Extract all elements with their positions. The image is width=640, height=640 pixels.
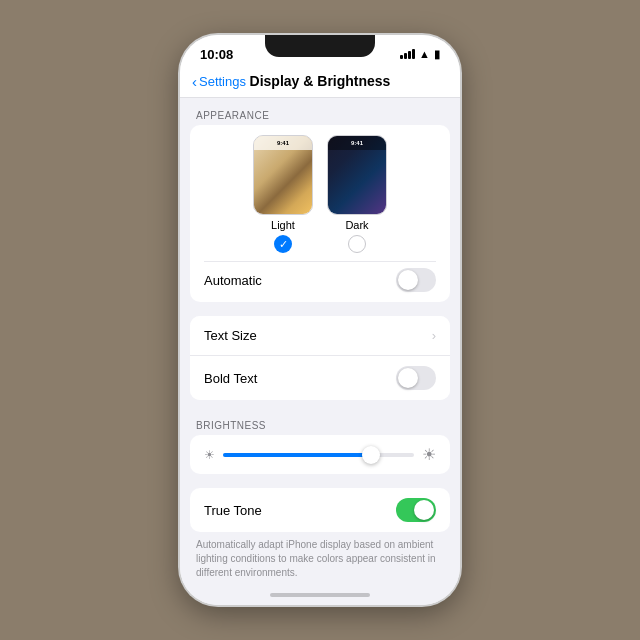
true-tone-label: True Tone [204,503,396,518]
home-indicator [180,585,460,605]
light-preview: 9:41 [253,135,313,215]
light-bg: 9:41 [254,136,312,214]
back-label: Settings [199,74,246,89]
wifi-icon: ▲ [419,48,430,60]
status-icons: ▲ ▮ [400,48,440,61]
chevron-right-icon: › [432,328,436,343]
text-options-group: Text Size › Bold Text [190,316,450,400]
page-title: Display & Brightness [250,73,391,89]
automatic-toggle[interactable] [396,268,436,292]
phone-screen: 10:08 ▲ ▮ ‹ Settings Display & Brightnes… [180,35,460,605]
light-radio[interactable]: ✓ [274,235,292,253]
brightness-high-icon: ☀ [422,445,436,464]
dark-radio[interactable] [348,235,366,253]
brightness-row: ☀ ☀ [204,445,436,464]
home-bar [270,593,370,597]
brightness-group: ☀ ☀ [190,435,450,474]
brightness-section-label: BRIGHTNESS [180,408,460,435]
text-size-label: Text Size [204,328,432,343]
brightness-fill [223,453,376,457]
back-button[interactable]: ‹ Settings [192,73,246,90]
notch [265,35,375,57]
dark-label: Dark [345,219,368,231]
light-statusbar: 9:41 [254,136,312,150]
true-tone-row[interactable]: True Tone [190,488,450,532]
settings-content: APPEARANCE 9:41 Light ✓ [180,98,460,585]
toggle-knob [398,270,418,290]
dark-statusbar: 9:41 [328,136,386,150]
appearance-group: 9:41 Light ✓ 9:41 [190,125,450,302]
appearance-thumbnails: 9:41 Light ✓ 9:41 [204,135,436,253]
bold-text-label: Bold Text [204,371,396,386]
true-tone-toggle[interactable] [396,498,436,522]
signal-bars-icon [400,49,415,59]
dark-bg: 9:41 [328,136,386,214]
brightness-low-icon: ☀ [204,448,215,462]
nav-header: ‹ Settings Display & Brightness [180,67,460,98]
battery-icon: ▮ [434,48,440,61]
appearance-section-label: APPEARANCE [180,98,460,125]
chevron-left-icon: ‹ [192,73,197,90]
true-tone-group: True Tone [190,488,450,532]
phone-device: 10:08 ▲ ▮ ‹ Settings Display & Brightnes… [180,35,460,605]
toggle-knob-truetone [414,500,434,520]
dark-preview: 9:41 [327,135,387,215]
bold-text-toggle[interactable] [396,366,436,390]
status-time: 10:08 [200,47,233,62]
light-theme-option[interactable]: 9:41 Light ✓ [253,135,313,253]
bold-text-row[interactable]: Bold Text [190,356,450,400]
brightness-slider[interactable] [223,453,414,457]
text-size-row[interactable]: Text Size › [190,316,450,356]
automatic-row: Automatic [204,261,436,292]
light-label: Light [271,219,295,231]
dark-theme-option[interactable]: 9:41 Dark [327,135,387,253]
true-tone-description: Automatically adapt iPhone display based… [180,532,460,585]
toggle-knob-bold [398,368,418,388]
automatic-label: Automatic [204,273,396,288]
brightness-thumb [362,446,380,464]
